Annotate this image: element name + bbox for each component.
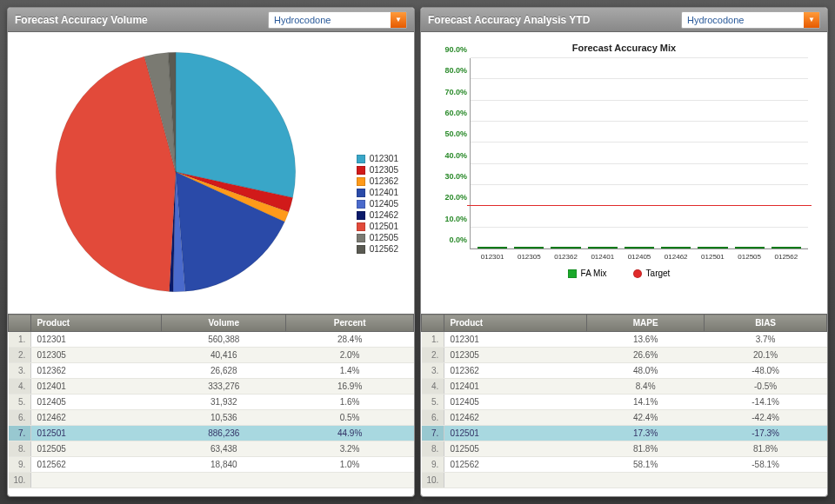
volume-col-percent[interactable]: Percent xyxy=(286,315,414,332)
row-num: 7. xyxy=(422,426,444,441)
bar[interactable] xyxy=(551,247,580,249)
table-row[interactable]: 4.0124018.4%-0.5% xyxy=(422,379,827,395)
cell-mape xyxy=(587,473,705,488)
x-axis-label: 012305 xyxy=(518,253,541,261)
cell-volume: 31,932 xyxy=(162,395,286,410)
cell-bias: 81.8% xyxy=(705,441,827,457)
bar-column: 012401 xyxy=(588,247,618,249)
cell-product: 012562 xyxy=(444,457,587,473)
cell-product: 012305 xyxy=(31,348,162,363)
cell-volume: 18,840 xyxy=(162,457,286,473)
row-num: 10. xyxy=(422,473,444,488)
bar[interactable] xyxy=(514,247,544,249)
analysis-col-mape[interactable]: MAPE xyxy=(587,315,705,332)
table-row[interactable]: 1.012301560,38828.4% xyxy=(9,332,414,348)
pie-legend-item[interactable]: 012505 xyxy=(357,233,398,242)
cell-product: 012362 xyxy=(444,363,587,379)
x-axis-label: 012562 xyxy=(775,253,798,261)
pie-legend-item[interactable]: 012405 xyxy=(357,199,398,209)
cell-product xyxy=(444,473,587,488)
legend-swatch xyxy=(357,245,365,254)
row-num: 8. xyxy=(9,441,31,457)
bar-column: 012562 xyxy=(772,247,801,249)
pie-legend-item[interactable]: 012362 xyxy=(357,176,398,186)
bar[interactable] xyxy=(772,247,801,249)
bar[interactable] xyxy=(698,247,727,249)
pie-legend-item[interactable]: 012562 xyxy=(357,244,398,254)
cell-bias xyxy=(705,473,827,488)
table-row[interactable]: 7.01250117.3%-17.3% xyxy=(422,426,827,441)
bar[interactable] xyxy=(478,247,507,249)
table-row[interactable]: 1.01230113.6%3.7% xyxy=(422,332,827,348)
bar[interactable] xyxy=(661,247,691,249)
volume-dropdown-value: Hydrocodone xyxy=(269,15,391,25)
cell-product: 012362 xyxy=(31,363,162,379)
cell-percent: 0.5% xyxy=(286,410,414,426)
table-row[interactable]: 3.01236226,6281.4% xyxy=(9,363,414,379)
volume-col-product[interactable]: Product xyxy=(31,315,162,332)
table-row[interactable]: 4.012401333,27616.9% xyxy=(9,379,414,395)
table-row[interactable]: 7.012501886,23644.9% xyxy=(9,426,414,441)
x-axis-label: 012405 xyxy=(628,253,651,261)
table-row[interactable]: 9.01256218,8401.0% xyxy=(9,457,414,473)
analysis-dropdown-value: Hydrocodone xyxy=(682,15,804,25)
pie-legend-item[interactable]: 012462 xyxy=(357,210,398,220)
row-num: 3. xyxy=(9,363,31,379)
pie-legend-item[interactable]: 012301 xyxy=(357,154,398,163)
volume-col-volume[interactable]: Volume xyxy=(162,315,286,332)
table-row[interactable]: 10. xyxy=(9,473,414,488)
cell-volume xyxy=(162,473,286,488)
table-row[interactable]: 10. xyxy=(422,473,827,488)
bar[interactable] xyxy=(588,247,618,249)
table-row[interactable]: 5.01240514.1%-14.1% xyxy=(422,395,827,410)
cell-product: 012462 xyxy=(31,410,162,426)
x-axis-label: 012505 xyxy=(738,253,761,261)
analysis-col-product[interactable]: Product xyxy=(444,315,587,332)
table-row[interactable]: 3.01236248.0%-48.0% xyxy=(422,363,827,379)
table-row[interactable]: 5.01240531,9321.6% xyxy=(9,395,414,410)
analysis-panel-header: Forecast Accuracy Analysis YTD Hydrocodo… xyxy=(421,8,827,32)
legend-label: 012462 xyxy=(370,210,398,220)
cell-bias: -42.4% xyxy=(705,410,827,426)
target-label: Target xyxy=(646,269,671,278)
table-row[interactable]: 2.01230540,4162.0% xyxy=(9,348,414,363)
analysis-panel: Forecast Accuracy Analysis YTD Hydrocodo… xyxy=(420,7,828,497)
table-row[interactable]: 8.01250581.8%81.8% xyxy=(422,441,827,457)
table-row[interactable]: 9.01256258.1%-58.1% xyxy=(422,457,827,473)
legend-label: 012505 xyxy=(370,233,398,242)
volume-col-num[interactable] xyxy=(9,315,31,332)
table-row[interactable]: 6.01246210,5360.5% xyxy=(9,410,414,426)
row-num: 4. xyxy=(422,379,444,395)
cell-mape: 8.4% xyxy=(587,379,705,395)
row-num: 8. xyxy=(422,441,444,457)
pie-legend: 0123010123050123620124010124050124620125… xyxy=(357,154,398,255)
pie-legend-item[interactable]: 012501 xyxy=(357,222,398,231)
cell-product xyxy=(31,473,162,488)
analysis-dropdown[interactable]: Hydrocodone ▼ xyxy=(681,11,820,29)
cell-mape: 48.0% xyxy=(587,363,705,379)
bar[interactable] xyxy=(735,247,765,249)
cell-volume: 40,416 xyxy=(162,348,286,363)
volume-dropdown[interactable]: Hydrocodone ▼ xyxy=(268,11,407,29)
row-num: 10. xyxy=(9,473,31,488)
pie-legend-item[interactable]: 012305 xyxy=(357,165,398,175)
bar-column: 012462 xyxy=(661,247,691,249)
analysis-col-bias[interactable]: BIAS xyxy=(705,315,827,332)
legend-swatch xyxy=(357,166,365,175)
analysis-col-num[interactable] xyxy=(422,315,444,332)
cell-product: 012305 xyxy=(444,348,587,363)
row-num: 3. xyxy=(422,363,444,379)
table-row[interactable]: 2.01230526.6%20.1% xyxy=(422,348,827,363)
table-row[interactable]: 8.01250563,4383.2% xyxy=(9,441,414,457)
cell-percent: 16.9% xyxy=(286,379,414,395)
x-axis-label: 012301 xyxy=(481,253,504,261)
bar[interactable] xyxy=(625,247,654,249)
row-num: 9. xyxy=(422,457,444,473)
pie-legend-item[interactable]: 012401 xyxy=(357,188,398,197)
table-row[interactable]: 6.01246242.4%-42.4% xyxy=(422,410,827,426)
y-axis-label: 20.0% xyxy=(439,193,467,202)
legend-swatch xyxy=(357,222,365,231)
cell-volume: 26,628 xyxy=(162,363,286,379)
cell-bias: 20.1% xyxy=(705,348,827,363)
x-axis-label: 012501 xyxy=(701,253,725,261)
